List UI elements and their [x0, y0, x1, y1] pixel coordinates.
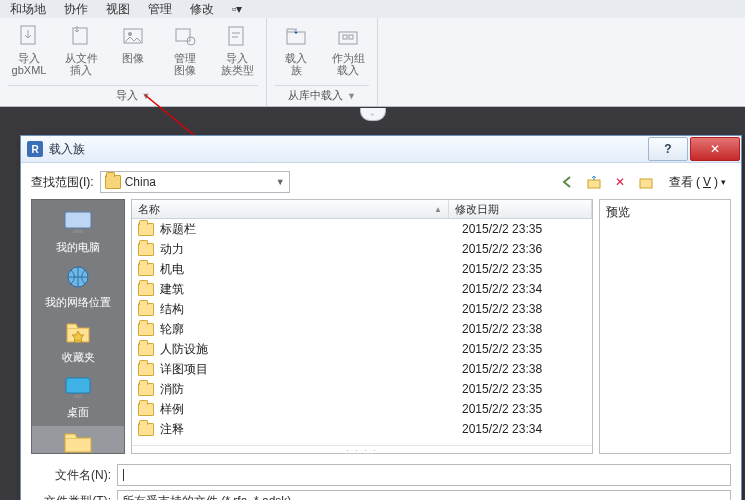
menu-item[interactable]: 视图: [100, 0, 136, 19]
svg-rect-10: [349, 35, 353, 39]
folder-icon: [138, 343, 154, 356]
load-family-dialog: R 载入族 ? ✕ 查找范围(I): China ▼ ✕ 查看(V)▾: [20, 135, 742, 500]
folder-icon: [105, 175, 121, 189]
manage-images-button[interactable]: 管理 图像: [164, 22, 206, 76]
desktop-icon: [59, 373, 97, 403]
folder-icon: [138, 263, 154, 276]
ribbon-label: 从文件 插入: [65, 52, 98, 76]
file-row[interactable]: 标题栏2015/2/2 23:35: [132, 219, 592, 239]
svg-rect-20: [65, 438, 91, 452]
column-name[interactable]: 名称▲: [132, 200, 449, 218]
file-row[interactable]: 详图项目2015/2/2 23:38: [132, 359, 592, 379]
chevron-down-icon: ▼: [276, 177, 285, 187]
file-row[interactable]: 机电2015/2/2 23:35: [132, 259, 592, 279]
file-date: 2015/2/2 23:34: [462, 422, 592, 436]
filetype-select[interactable]: 所有受支持的文件 (*.rfa, *.adsk): [117, 490, 731, 500]
file-row[interactable]: 消防2015/2/2 23:35: [132, 379, 592, 399]
load-family-button[interactable]: 载入 族: [275, 22, 317, 76]
import-family-types-button[interactable]: 导入 族类型: [216, 22, 258, 76]
file-date: 2015/2/2 23:38: [462, 322, 592, 336]
sort-indicator-icon: ▲: [434, 205, 442, 214]
ribbon-label: 导入 gbXML: [12, 52, 47, 76]
look-in-select[interactable]: China ▼: [100, 171, 290, 193]
ribbon-label: 管理 图像: [174, 52, 196, 76]
favorites-icon: [59, 318, 97, 348]
sidebar-item-network[interactable]: 我的网络位置: [32, 261, 124, 314]
app-icon: R: [27, 141, 43, 157]
sidebar-item-metric-library[interactable]: Metric Li…: [32, 426, 124, 454]
svg-rect-15: [73, 230, 83, 233]
svg-rect-14: [65, 212, 91, 228]
file-date: 2015/2/2 23:38: [462, 362, 592, 376]
back-button[interactable]: [560, 174, 576, 190]
ribbon-collapse-handle[interactable]: ◦: [360, 108, 386, 121]
dialog-titlebar[interactable]: R 载入族 ? ✕: [21, 136, 741, 163]
import-gbxml-button[interactable]: 导入 gbXML: [8, 22, 50, 76]
menu-bar: 和场地 协作 视图 管理 修改 ▫▾: [0, 0, 745, 19]
resize-gripper[interactable]: · · · ·: [132, 445, 592, 453]
insert-from-file-button[interactable]: 从文件 插入: [60, 22, 102, 76]
view-menu-button[interactable]: 查看(V)▾: [664, 172, 731, 193]
column-headers: 名称▲ 修改日期: [132, 200, 592, 219]
network-icon: [59, 263, 97, 293]
menu-item[interactable]: 协作: [58, 0, 94, 19]
svg-rect-6: [229, 27, 243, 45]
sidebar-item-computer[interactable]: 我的电脑: [32, 206, 124, 259]
file-row[interactable]: 建筑2015/2/2 23:34: [132, 279, 592, 299]
preview-label: 预览: [600, 200, 730, 225]
image-icon: [119, 22, 147, 50]
menu-item[interactable]: 管理: [142, 0, 178, 19]
file-row[interactable]: 动力2015/2/2 23:36: [132, 239, 592, 259]
file-name: 机电: [160, 261, 462, 278]
column-date[interactable]: 修改日期: [449, 200, 592, 218]
svg-rect-18: [66, 378, 90, 393]
file-name: 人防设施: [160, 341, 462, 358]
menu-item[interactable]: 和场地: [4, 0, 52, 19]
up-button[interactable]: [586, 174, 602, 190]
file-name: 注释: [160, 421, 462, 438]
new-folder-button[interactable]: [638, 174, 654, 190]
dialog-title: 载入族: [49, 141, 647, 158]
svg-rect-9: [343, 35, 347, 39]
doc-arrow-icon: [223, 22, 251, 50]
look-in-label: 查找范围(I):: [31, 174, 94, 191]
file-row[interactable]: 结构2015/2/2 23:38: [132, 299, 592, 319]
folder-icon: [138, 223, 154, 236]
folder-icon: [138, 323, 154, 336]
close-button[interactable]: ✕: [690, 137, 740, 161]
help-button[interactable]: ?: [648, 137, 688, 161]
image-gear-icon: [171, 22, 199, 50]
image-button[interactable]: 图像: [112, 22, 154, 76]
ribbon-label: 载入 族: [285, 52, 307, 76]
file-date: 2015/2/2 23:35: [462, 402, 592, 416]
places-sidebar: 我的电脑 我的网络位置 收藏夹 桌面: [31, 199, 125, 454]
ribbon-group-import: 导入 gbXML 从文件 插入 图像 管理 图像 导入 族类型: [0, 18, 267, 106]
sidebar-item-desktop[interactable]: 桌面: [32, 371, 124, 424]
menu-item-addin[interactable]: ▫▾: [226, 1, 248, 17]
svg-rect-13: [640, 179, 652, 188]
folder-icon: [138, 423, 154, 436]
chevron-down-icon[interactable]: ▼: [347, 91, 356, 101]
menu-item[interactable]: 修改: [184, 0, 220, 19]
folder-icon: [138, 363, 154, 376]
ribbon-group-title: 导入▼: [8, 85, 258, 106]
file-name: 建筑: [160, 281, 462, 298]
svg-rect-19: [74, 395, 82, 398]
ribbon-label: 导入 族类型: [221, 52, 254, 76]
file-date: 2015/2/2 23:35: [462, 382, 592, 396]
file-row[interactable]: 注释2015/2/2 23:34: [132, 419, 592, 439]
document-down-icon: [15, 22, 43, 50]
ribbon-label: 作为组 载入: [332, 52, 365, 76]
file-row[interactable]: 样例2015/2/2 23:35: [132, 399, 592, 419]
dialog-toolbar: ✕ 查看(V)▾: [560, 172, 731, 193]
filename-label: 文件名(N):: [31, 467, 111, 484]
delete-button[interactable]: ✕: [612, 174, 628, 190]
load-as-group-button[interactable]: 作为组 载入: [327, 22, 369, 76]
chevron-down-icon[interactable]: ▼: [142, 91, 151, 101]
folder-group-icon: [334, 22, 362, 50]
sidebar-item-favorites[interactable]: 收藏夹: [32, 316, 124, 369]
file-row[interactable]: 轮廓2015/2/2 23:38: [132, 319, 592, 339]
file-list[interactable]: 标题栏2015/2/2 23:35动力2015/2/2 23:36机电2015/…: [132, 219, 592, 445]
file-row[interactable]: 人防设施2015/2/2 23:35: [132, 339, 592, 359]
filename-input[interactable]: [117, 464, 731, 486]
